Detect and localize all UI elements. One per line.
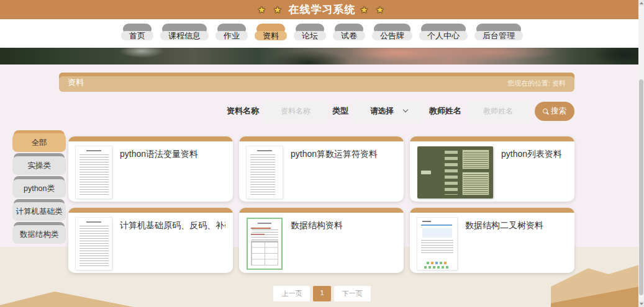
nav-tab-label: 资料 [255, 31, 287, 40]
document-thumbnail [76, 146, 112, 198]
banner-image [0, 48, 644, 65]
main-nav: 首页 课程信息 作业 资料 论坛 试卷 公告牌 个人中心 后台管理 [0, 19, 644, 48]
type-select-value: 请选择 [370, 106, 394, 117]
nav-tab-label: 试卷 [333, 31, 365, 40]
nav-tab-course-info[interactable]: 课程信息 [160, 28, 209, 44]
app-header: ★ ★ 在线学习系统 ★ ★ [0, 0, 644, 19]
main-content: 资料 您现在的位置: 资料 资料名称 类型 请选择 教师姓名 搜索 全部 实操类… [0, 65, 644, 307]
search-button-label: 搜索 [551, 106, 566, 117]
card-top-stripe [410, 136, 574, 141]
nav-tab-bulletin[interactable]: 公告牌 [372, 28, 412, 44]
type-label: 类型 [332, 105, 348, 117]
search-form: 资料名称 类型 请选择 教师姓名 搜索 [227, 101, 574, 121]
sidebar-item-practice[interactable]: 实操类 [12, 156, 66, 175]
search-button[interactable]: 搜索 [535, 102, 574, 121]
nav-tab-label: 后台管理 [474, 31, 523, 40]
nav-tab-label: 论坛 [294, 31, 326, 40]
nav-tab-home[interactable]: 首页 [121, 28, 153, 44]
material-title: 数据结构二叉树资料 [465, 218, 543, 231]
breadcrumb: 您现在的位置: 资料 [507, 79, 566, 88]
material-title: python算数运算符资料 [291, 146, 378, 160]
page-title: 资料 [68, 77, 84, 88]
document-thumbnail [417, 218, 457, 270]
type-select[interactable]: 请选择 [354, 102, 424, 120]
sidebar-item-all[interactable]: 全部 [12, 133, 66, 152]
card-top-stripe [239, 208, 404, 213]
document-thumbnail [247, 218, 283, 270]
nav-tab-exams[interactable]: 试卷 [333, 28, 365, 44]
material-name-label: 资料名称 [227, 105, 259, 117]
card-top-stripe [239, 136, 404, 141]
scrollbar-thumb[interactable] [639, 79, 643, 295]
nav-tab-forum[interactable]: 论坛 [294, 28, 326, 44]
next-page-button[interactable]: 下一页 [334, 286, 371, 301]
nav-tab-materials[interactable]: 资料 [255, 28, 287, 44]
material-title: python列表资料 [501, 146, 562, 160]
search-icon [543, 109, 548, 113]
teacher-name-label: 教师姓名 [429, 105, 461, 117]
document-thumbnail [76, 218, 112, 270]
sidebar-item-label: 数据结构类 [12, 225, 66, 244]
current-page-button[interactable]: 1 [313, 286, 330, 301]
sidebar-item-data-structures[interactable]: 数据结构类 [12, 225, 66, 244]
pagination: 上一页 1 下一页 [0, 286, 644, 301]
online-learning-system-page: ★ ★ 在线学习系统 ★ ★ 首页 课程信息 作业 资料 论坛 试卷 公告牌 个… [0, 0, 644, 307]
sidebar-item-computer-basics[interactable]: 计算机基础类 [12, 202, 66, 221]
nav-tab-label: 作业 [215, 31, 248, 40]
page-title-bar: 资料 您现在的位置: 资料 [59, 73, 574, 92]
sidebar-item-label: 计算机基础类 [12, 202, 66, 221]
material-card[interactable]: python算数运算符资料 [239, 136, 404, 202]
card-top-stripe [68, 136, 233, 141]
vertical-scrollbar [638, 0, 644, 307]
material-card-grid: python语法变量资料 python算数运算符资料 [68, 136, 574, 273]
document-thumbnail [247, 146, 283, 198]
material-card[interactable]: python列表资料 [410, 136, 574, 202]
nav-tab-admin[interactable]: 后台管理 [474, 28, 523, 44]
nav-tab-label: 个人中心 [419, 31, 468, 40]
material-card[interactable]: 计算机基础原码、反码、补码... [68, 208, 233, 273]
material-name-input[interactable] [265, 102, 327, 120]
prev-page-button[interactable]: 上一页 [273, 286, 310, 301]
scroll-down-arrow-icon[interactable] [638, 301, 644, 307]
card-top-stripe [410, 208, 574, 213]
sidebar-item-label: 实操类 [12, 156, 66, 175]
sidebar-item-label: python类 [12, 179, 66, 198]
chevron-down-icon [403, 107, 408, 112]
material-card[interactable]: 数据结构二叉树资料 [410, 208, 574, 273]
app-title: 在线学习系统 [289, 2, 356, 17]
material-title: python语法变量资料 [120, 146, 198, 160]
mindmap-thumbnail [417, 146, 493, 198]
nav-tab-profile[interactable]: 个人中心 [419, 28, 468, 44]
material-title: 数据结构资料 [291, 218, 343, 231]
teacher-name-input[interactable] [467, 102, 529, 120]
material-title: 计算机基础原码、反码、补码... [120, 218, 225, 231]
scroll-up-arrow-icon[interactable] [638, 0, 644, 6]
nav-tab-label: 公告牌 [372, 31, 412, 40]
material-card[interactable]: python语法变量资料 [68, 136, 233, 202]
nav-tab-label: 课程信息 [160, 31, 209, 40]
sidebar-item-label: 全部 [12, 133, 66, 152]
nav-tab-label: 首页 [121, 31, 153, 40]
card-top-stripe [68, 208, 233, 213]
star-icons-left: ★ ★ [257, 4, 284, 16]
nav-tab-homework[interactable]: 作业 [215, 28, 248, 44]
sidebar-item-python[interactable]: python类 [12, 179, 66, 198]
category-sidebar: 全部 实操类 python类 计算机基础类 数据结构类 [12, 133, 66, 248]
star-icons-right: ★ ★ [360, 4, 387, 16]
material-card[interactable]: 数据结构资料 [239, 208, 404, 273]
